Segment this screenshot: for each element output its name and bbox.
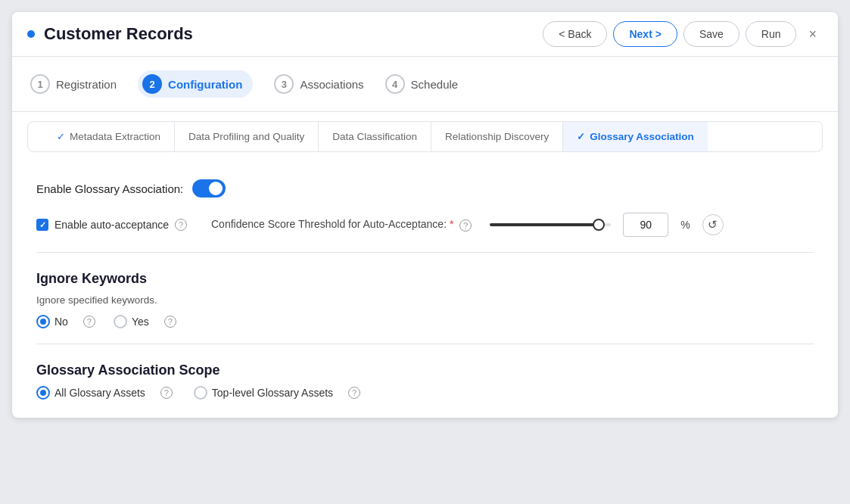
check-icon-metadata: ✓ [57, 131, 65, 142]
required-star: * [450, 218, 453, 230]
percent-label: % [680, 219, 690, 231]
step-4-label: Schedule [411, 78, 459, 91]
top-level-help-icon[interactable]: ? [348, 387, 360, 399]
auto-acceptance-row: Enable auto-acceptance ? Confidence Scor… [36, 213, 814, 253]
radio-yes-label: Yes [132, 316, 149, 328]
radio-no-outer[interactable] [36, 315, 50, 328]
next-button[interactable]: Next > [613, 21, 677, 47]
confidence-help-icon[interactable]: ? [459, 219, 472, 232]
slider-fill [490, 223, 599, 226]
radio-no-inner [40, 319, 46, 325]
auto-acceptance-label: Enable auto-acceptance [54, 219, 169, 231]
reset-button[interactable]: ↺ [702, 214, 724, 235]
tab-profiling-label: Data Profiling and Quality [188, 131, 304, 142]
tab-data-profiling[interactable]: Data Profiling and Quality [175, 122, 319, 151]
step-2-label: Configuration [168, 78, 242, 91]
tab-data-classification[interactable]: Data Classification [319, 122, 431, 151]
tab-relationship-label: Relationship Discovery [445, 131, 549, 142]
auto-acceptance-help-icon[interactable]: ? [175, 219, 187, 231]
no-help-icon[interactable]: ? [83, 316, 95, 328]
radio-all-outer[interactable] [36, 386, 50, 400]
step-registration[interactable]: 1 Registration [30, 74, 117, 94]
radio-all-label: All Glossary Assets [54, 387, 145, 399]
header-actions: < Back Next > Save Run × [543, 21, 823, 47]
radio-top-level[interactable]: Top-level Glossary Assets [194, 386, 333, 400]
main-container: Customer Records < Back Next > Save Run … [12, 12, 838, 418]
ignore-keywords-title: Ignore Keywords [36, 271, 814, 287]
slider-thumb[interactable] [593, 219, 605, 231]
step-1-label: Registration [56, 78, 117, 91]
radio-yes-outer[interactable] [114, 315, 127, 328]
check-icon-glossary: ✓ [577, 131, 585, 142]
steps-bar: 1 Registration 2 Configuration 3 Associa… [12, 57, 838, 112]
header: Customer Records < Back Next > Save Run … [12, 12, 838, 57]
toggle-thumb [209, 182, 223, 195]
header-dot-icon [27, 30, 35, 38]
toggle-track [192, 179, 226, 198]
back-button[interactable]: < Back [543, 21, 607, 47]
auto-acceptance-checkbox[interactable] [36, 219, 48, 231]
radio-top-label: Top-level Glossary Assets [212, 387, 333, 399]
tab-metadata-label: Metadata Extraction [70, 131, 160, 142]
step-2-circle: 2 [142, 74, 162, 94]
tab-metadata-extraction[interactable]: ✓ Metadata Extraction [43, 122, 175, 151]
enable-glossary-row: Enable Glossary Association: [36, 179, 814, 198]
page-title: Customer Records [44, 24, 543, 44]
ignore-keywords-section: Ignore Keywords Ignore specified keyword… [36, 271, 814, 344]
sub-tabs-bar: ✓ Metadata Extraction Data Profiling and… [27, 121, 823, 152]
enable-glossary-toggle[interactable] [192, 179, 226, 198]
tab-classification-label: Data Classification [332, 131, 417, 142]
enable-glossary-label: Enable Glossary Association: [36, 182, 183, 195]
yes-help-icon[interactable]: ? [164, 316, 176, 328]
all-assets-help-icon[interactable]: ? [160, 387, 173, 399]
save-button[interactable]: Save [683, 21, 739, 47]
step-4-circle: 4 [385, 74, 405, 94]
radio-no-label: No [54, 316, 68, 328]
run-button[interactable]: Run [746, 21, 797, 47]
confidence-slider-container [490, 223, 611, 226]
content-area: Enable Glossary Association: Enable auto… [12, 161, 838, 418]
glossary-scope-title: Glossary Association Scope [36, 362, 814, 378]
step-3-label: Associations [300, 78, 363, 91]
step-3-circle: 3 [274, 74, 294, 94]
tab-glossary-association[interactable]: ✓ Glossary Association [563, 122, 708, 151]
step-configuration[interactable]: 2 Configuration [138, 70, 253, 98]
close-button[interactable]: × [802, 23, 823, 45]
confidence-label: Confidence Score Threshold for Auto-Acce… [211, 218, 472, 231]
confidence-score-input[interactable] [623, 213, 668, 237]
radio-all-inner [40, 390, 46, 396]
ignore-keywords-subtitle: Ignore specified keywords. [36, 294, 814, 306]
ignore-keywords-radio-group: No ? Yes ? [36, 315, 814, 328]
tab-glossary-label: Glossary Association [590, 131, 694, 142]
radio-no[interactable]: No [36, 315, 68, 328]
tab-relationship-discovery[interactable]: Relationship Discovery [431, 122, 563, 151]
step-schedule[interactable]: 4 Schedule [385, 74, 459, 94]
radio-all-assets[interactable]: All Glossary Assets [36, 386, 145, 400]
glossary-scope-radio-group: All Glossary Assets ? Top-level Glossary… [36, 386, 814, 400]
auto-acceptance-checkbox-group: Enable auto-acceptance ? [36, 219, 187, 231]
step-1-circle: 1 [30, 74, 50, 94]
radio-top-outer[interactable] [194, 386, 207, 400]
step-associations[interactable]: 3 Associations [274, 74, 363, 94]
radio-yes[interactable]: Yes [114, 315, 149, 328]
confidence-slider[interactable] [490, 223, 611, 226]
glossary-scope-section: Glossary Association Scope All Glossary … [36, 362, 814, 400]
